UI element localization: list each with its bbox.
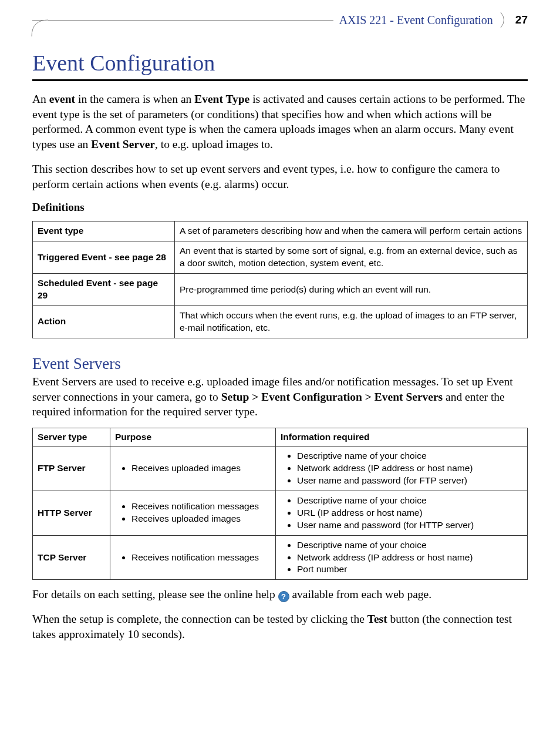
- info-cell: Descriptive name of your choice Network …: [276, 535, 528, 580]
- table-row: TCP Server Receives notification message…: [33, 535, 528, 580]
- event-servers-heading: Event Servers: [32, 355, 528, 373]
- def-desc: An event that is started by some sort of…: [175, 241, 528, 274]
- list-item: Receives uploaded images: [131, 513, 271, 525]
- def-term: Event type: [33, 221, 175, 241]
- event-servers-paragraph-1: Event Servers are used to receive e.g. u…: [32, 374, 528, 419]
- list-item: Port number: [297, 563, 522, 576]
- help-icon: ?: [278, 591, 289, 602]
- list-item: Descriptive name of your choice: [297, 450, 522, 462]
- col-purpose: Purpose: [110, 428, 276, 446]
- list-item: Descriptive name of your choice: [297, 539, 522, 552]
- purpose-cell: Receives notification messages Receives …: [110, 491, 276, 535]
- page-title: Event Configuration: [32, 50, 528, 76]
- header-breadcrumb: AXIS 221 - Event Configuration: [339, 14, 493, 27]
- server-type-cell: HTTP Server: [33, 491, 110, 535]
- server-type-cell: TCP Server: [33, 535, 110, 580]
- def-term: Action: [33, 306, 175, 338]
- table-row: Action That which occurs when the event …: [33, 306, 528, 338]
- table-header-row: Server type Purpose Information required: [33, 428, 528, 446]
- def-term: Scheduled Event - see page 29: [33, 274, 175, 306]
- definitions-table: Event type A set of parameters describin…: [32, 221, 528, 338]
- list-item: User name and password (for HTTP server): [297, 519, 522, 532]
- intro-paragraph-1: An event in the camera is when an Event …: [32, 92, 528, 152]
- list-item: Receives notification messages: [131, 501, 271, 513]
- list-item: Network address (IP address or host name…: [297, 552, 522, 564]
- def-desc: That which occurs when the event runs, e…: [175, 306, 528, 338]
- server-types-table: Server type Purpose Information required…: [32, 428, 528, 580]
- col-info-required: Information required: [276, 428, 528, 446]
- info-cell: Descriptive name of your choice Network …: [276, 446, 528, 491]
- page-number: 27: [515, 14, 528, 26]
- def-desc: A set of parameters describing how and w…: [175, 221, 528, 241]
- purpose-cell: Receives notification messages: [110, 535, 276, 580]
- test-note-paragraph: When the setup is complete, the connecti…: [32, 612, 528, 642]
- list-item: Network address (IP address or host name…: [297, 462, 522, 475]
- header-curve: [31, 19, 49, 37]
- list-item: Receives uploaded images: [131, 462, 271, 475]
- help-note-paragraph: For details on each setting, please see …: [32, 587, 528, 602]
- table-row: Triggered Event - see page 28 An event t…: [33, 241, 528, 274]
- table-row: FTP Server Receives uploaded images Desc…: [33, 446, 528, 491]
- info-cell: Descriptive name of your choice URL (IP …: [276, 491, 528, 535]
- header-end-curve: [500, 12, 508, 28]
- purpose-cell: Receives uploaded images: [110, 446, 276, 491]
- list-item: URL (IP address or host name): [297, 507, 522, 519]
- intro-paragraph-2: This section describes how to set up eve…: [32, 162, 528, 192]
- page-header: AXIS 221 - Event Configuration 27: [32, 12, 528, 29]
- def-term: Triggered Event - see page 28: [33, 241, 175, 274]
- server-type-cell: FTP Server: [33, 446, 110, 491]
- table-row: Scheduled Event - see page 29 Pre-progra…: [33, 274, 528, 306]
- list-item: User name and password (for FTP server): [297, 475, 522, 487]
- def-desc: Pre-programmed time period(s) during whi…: [175, 274, 528, 306]
- definitions-heading: Definitions: [32, 201, 528, 214]
- col-server-type: Server type: [33, 428, 110, 446]
- table-row: HTTP Server Receives notification messag…: [33, 491, 528, 535]
- list-item: Receives notification messages: [131, 552, 271, 564]
- title-underline: [32, 79, 528, 81]
- list-item: Descriptive name of your choice: [297, 495, 522, 507]
- table-row: Event type A set of parameters describin…: [33, 221, 528, 241]
